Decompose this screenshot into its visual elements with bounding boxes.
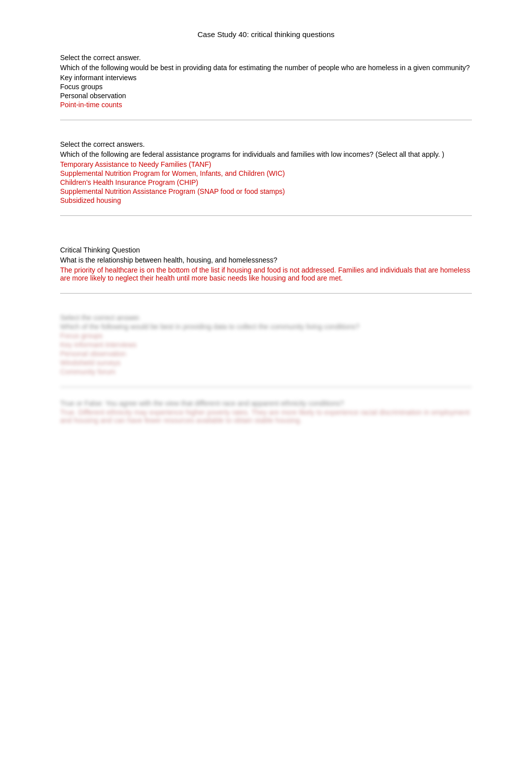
question-5-intro: True or False: You agree with the view t… <box>60 399 472 407</box>
answer-1-1: Key informant interviews <box>60 74 472 82</box>
answer-4-3: Personal observation <box>60 350 472 358</box>
answer-2-1-correct: Temporary Assistance to Needy Families (… <box>60 160 472 168</box>
answer-2-5-correct: Subsidized housing <box>60 196 472 204</box>
answer-4-2: Key informant interviews <box>60 341 472 349</box>
question-4-intro: Select the correct answer. <box>60 314 472 322</box>
answer-1-4-correct: Point-in-time counts <box>60 101 472 109</box>
answer-1-2: Focus groups <box>60 83 472 91</box>
page-title: Case Study 40: critical thinking questio… <box>60 30 472 39</box>
question-1-block: Select the correct answer. Which of the … <box>60 54 472 120</box>
question-5-answer: True. Different ethnicity may experience… <box>60 408 472 424</box>
question-3-block: Critical Thinking Question What is the r… <box>60 246 472 294</box>
question-3-answer: The priority of healthcare is on the bot… <box>60 266 472 282</box>
answer-4-1: Focus groups <box>60 332 472 340</box>
answer-1-3: Personal observation <box>60 92 472 100</box>
answer-2-3-correct: Children's Health Insurance Program (CHI… <box>60 178 472 186</box>
question-5-block-blurred: True or False: You agree with the view t… <box>60 399 472 435</box>
question-4-text: Which of the following would be best in … <box>60 323 472 331</box>
question-2-block: Select the correct answers. Which of the… <box>60 140 472 216</box>
answer-4-4: Windshield surveys <box>60 359 472 367</box>
question-3-intro: Critical Thinking Question <box>60 246 472 254</box>
answer-2-2-correct: Supplemental Nutrition Program for Women… <box>60 169 472 177</box>
answer-4-5: Community forum <box>60 368 472 376</box>
question-3-text: What is the relationship between health,… <box>60 256 472 264</box>
question-2-intro: Select the correct answers. <box>60 140 472 148</box>
question-2-text: Which of the following are federal assis… <box>60 150 472 158</box>
question-4-block-blurred: Select the correct answer. Which of the … <box>60 314 472 387</box>
answer-2-4-correct: Supplemental Nutrition Assistance Progra… <box>60 187 472 195</box>
question-1-intro: Select the correct answer. <box>60 54 472 62</box>
question-1-text: Which of the following would be best in … <box>60 64 472 72</box>
